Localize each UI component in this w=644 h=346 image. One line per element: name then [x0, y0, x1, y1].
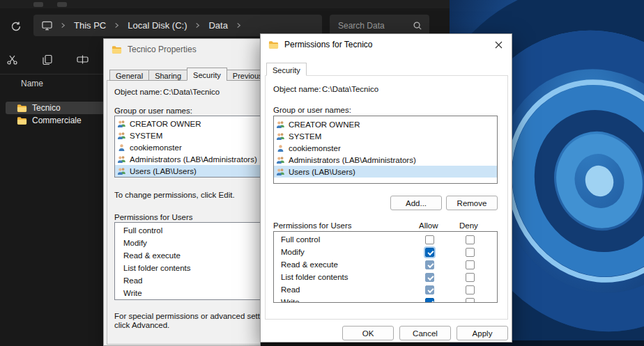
group-list: CREATOR OWNERSYSTEMcookiemonsterAdminist… [273, 116, 498, 184]
group-name: Administrators (LAB\Administrators) [289, 156, 416, 164]
properties-dialog-titlebar[interactable]: Tecnico Properties [104, 39, 260, 60]
group-name: cookiemonster [289, 144, 341, 152]
folder-icon [17, 104, 27, 113]
object-name-value: C:\Data\Tecnico [322, 85, 378, 93]
group-list-item[interactable]: Administrators (LAB\Administrators) [115, 153, 261, 165]
permissions-label: Permissions for Users [273, 221, 351, 230]
permission-item[interactable]: Read [115, 274, 261, 287]
group-list-item[interactable]: cookiemonster [115, 141, 261, 153]
group-icon [276, 168, 285, 176]
groups-label: Group or user names: [114, 107, 192, 115]
properties-tabs: GeneralSharingSecurityPrevious Versions [109, 68, 261, 81]
permission-item[interactable]: Modify [115, 237, 261, 249]
permissions-dialog-titlebar[interactable]: Permissions for Tecnico [261, 34, 512, 55]
permission-row: Full control [274, 234, 497, 246]
dialog-title: Permissions for Tecnico [284, 40, 373, 49]
breadcrumb-segment[interactable]: Local Disk (C:) [128, 20, 187, 31]
close-icon[interactable] [485, 34, 512, 55]
permission-item[interactable]: Write [115, 287, 261, 299]
deny-checkbox[interactable] [466, 298, 475, 303]
tab-security[interactable]: Security [187, 68, 227, 81]
monitor-icon [42, 20, 52, 31]
permissions-dialog: Permissions for Tecnico Security Object … [260, 33, 512, 343]
tab-previous-versions[interactable]: Previous Versions [227, 70, 261, 81]
permission-name: Read [123, 276, 143, 285]
tab-sharing[interactable]: Sharing [148, 70, 187, 81]
chevron-right-icon[interactable] [236, 22, 242, 29]
permissions-list: Full controlModifyRead & executeList fol… [114, 222, 261, 300]
permission-name: Full control [281, 235, 320, 244]
allow-checkbox[interactable] [425, 248, 434, 257]
explorer-tab-strip [0, 0, 450, 8]
search-input[interactable] [337, 20, 408, 31]
group-icon [276, 156, 285, 164]
chevron-right-icon[interactable] [114, 22, 120, 29]
group-list-item[interactable]: Administrators (LAB\Administrators) [274, 154, 497, 166]
group-name: SYSTEM [130, 132, 162, 140]
group-list-item[interactable]: CREATOR OWNER [274, 118, 497, 130]
deny-checkbox[interactable] [466, 273, 475, 282]
group-name: CREATOR OWNER [289, 120, 360, 129]
group-list-item[interactable]: SYSTEM [274, 130, 497, 142]
permission-item[interactable]: Full control [115, 224, 261, 237]
advanced-hint-line2: click Advanced. [114, 321, 169, 329]
permission-name: Write [123, 289, 142, 297]
group-name: CREATOR OWNER [130, 120, 201, 128]
chevron-right-icon[interactable] [60, 22, 66, 29]
allow-checkbox[interactable] [425, 285, 434, 294]
deny-checkbox[interactable] [466, 260, 475, 269]
refresh-icon[interactable] [9, 19, 23, 33]
permissions-tabs: Security [266, 63, 306, 76]
group-list-item[interactable]: SYSTEM [115, 129, 261, 141]
allow-column-header: Allow [419, 221, 438, 230]
deny-checkbox[interactable] [466, 285, 475, 294]
user-icon [276, 144, 285, 152]
breadcrumb-segment[interactable]: This PC [74, 20, 106, 31]
group-list-item[interactable]: Users (LAB\Users) [274, 166, 497, 178]
allow-checkbox[interactable] [425, 260, 434, 269]
deny-checkbox[interactable] [466, 248, 475, 257]
group-list-item[interactable]: Users (LAB\Users) [115, 165, 261, 177]
apply-button[interactable]: Apply [457, 326, 508, 340]
permission-name: Modify [123, 239, 147, 247]
tab-security[interactable]: Security [266, 63, 307, 76]
group-name: Administrators (LAB\Administrators) [130, 155, 257, 164]
breadcrumb-segment[interactable]: Data [208, 20, 227, 31]
group-list-item[interactable]: cookiemonster [274, 142, 497, 154]
advanced-hint-line1: For special permissions or advanced sett… [114, 312, 261, 320]
permission-item[interactable]: Read & execute [115, 249, 261, 262]
deny-checkbox[interactable] [466, 235, 475, 244]
chevron-right-icon[interactable] [194, 22, 201, 29]
permissions-label: Permissions for Users [114, 213, 192, 221]
rename-icon[interactable] [75, 52, 91, 67]
group-icon [276, 120, 285, 129]
group-name: cookiemonster [130, 143, 182, 152]
tab-general[interactable]: General [109, 70, 149, 81]
permission-item[interactable]: List folder contents [115, 262, 261, 274]
object-name-label: Object name: [273, 85, 321, 93]
cancel-button[interactable]: Cancel [399, 326, 451, 340]
properties-dialog: Tecnico Properties GeneralSharingSecurit… [103, 38, 261, 346]
add-button[interactable]: Add... [390, 196, 442, 210]
remove-button[interactable]: Remove [446, 196, 498, 210]
window-tab-hint [33, 2, 43, 7]
allow-checkbox[interactable] [425, 273, 434, 282]
folder-icon [112, 45, 122, 54]
permission-name: Write [281, 298, 300, 303]
allow-checkbox[interactable] [425, 298, 434, 303]
window-tab-hint [57, 2, 67, 7]
cut-icon[interactable] [4, 52, 20, 68]
permission-name: Read & execute [123, 251, 181, 260]
user-icon [117, 143, 126, 152]
group-name: Users (LAB\Users) [289, 168, 355, 176]
group-list: CREATOR OWNERSYSTEMcookiemonsterAdminist… [114, 116, 261, 178]
column-header-name[interactable]: Name [21, 79, 43, 88]
screen: This PCLocal Disk (C:)Data Name TecnicoC… [0, 0, 644, 346]
allow-checkbox[interactable] [425, 235, 434, 244]
permission-row: Read & execute [274, 259, 497, 272]
group-name: Users (LAB\Users) [130, 167, 197, 175]
group-list-item[interactable]: CREATOR OWNER [115, 118, 261, 129]
copy-icon[interactable] [40, 52, 55, 68]
ok-button[interactable]: OK [342, 326, 394, 340]
group-name: SYSTEM [289, 132, 321, 141]
